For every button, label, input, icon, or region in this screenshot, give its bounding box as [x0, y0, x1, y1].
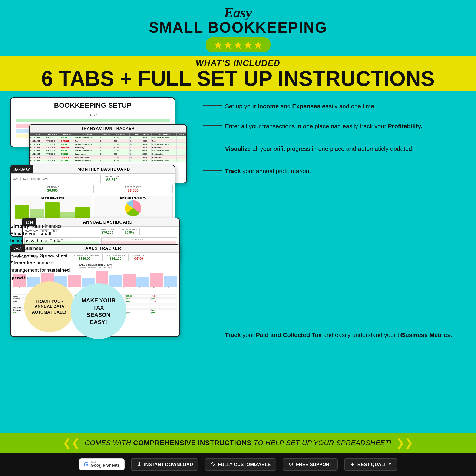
net-income-value: $6,860 — [14, 188, 91, 192]
monthly-month-label: JANUARY — [11, 166, 33, 173]
transaction-title: TRANSACTION TRACKER — [32, 126, 183, 131]
bottom-banner-text: COMES WITH COMPREHENSIVE INSTRUCTIONS TO… — [85, 439, 391, 447]
circle-blue-text: MAKE YOUR TAX SEASON EASY! — [79, 294, 118, 329]
bar-2 — [30, 209, 44, 219]
income-breakdown-label: INCOME BREAKDOWN — [14, 197, 91, 199]
setup-title: BOOKKEEPING SETUP — [16, 101, 170, 111]
badge-customizable[interactable]: ✎ FULLY CUSTOMIZABLE — [205, 458, 276, 471]
brand-logo: Easy — [0, 5, 476, 21]
bar-5 — [75, 207, 90, 219]
right-col: Set up your Income and Expenses easily a… — [201, 97, 466, 344]
net-expenses-label: NET EXPENSES — [94, 186, 172, 188]
bar-1 — [15, 205, 29, 219]
brand-subtitle: SMALL BOOKKEEPING — [0, 19, 476, 36]
yellow-banner: WHAT'S INCLUDED 6 TABS + FULL SET UP INS… — [0, 56, 476, 91]
badge-best-quality[interactable]: ✦ BEST QUALITY — [344, 458, 397, 471]
customize-icon: ✎ — [211, 461, 216, 468]
profit-loss-label: PROFIT / LOSS — [104, 175, 119, 178]
setup-step: STEP 1 — [16, 113, 170, 117]
bottom-banner: ❮❮ COMES WITH COMPREHENSIVE INSTRUCTIONS… — [0, 433, 476, 453]
bullet-setup: Set up your Income and Expenses easily a… — [203, 102, 463, 110]
circle-blue: MAKE YOUR TAX SEASON EASY! — [71, 283, 126, 339]
badge-google-sheets[interactable]: G Google Google Sheets — [79, 458, 125, 470]
footer-badges: G Google Google Sheets ⬇ INSTANT DOWNLOA… — [0, 453, 476, 476]
download-label: INSTANT DOWNLOAD — [144, 462, 193, 467]
bullet-track-annual: Track your annual profit margin. — [203, 167, 463, 175]
profit-loss-value: $3,810 — [104, 178, 119, 182]
top-header: Easy SMALL BOOKKEEPING ★★★★★ — [0, 0, 476, 52]
promo-text: Simplify Your Finances Elevate your smal… — [10, 222, 71, 281]
transaction-table: DATE INVOICE # INC/EXP CATEGORY NET AMT … — [30, 133, 186, 162]
chevron-right-icon: ❯❯ — [396, 437, 413, 449]
bullet-visualize: Visualize all your prifit progress in on… — [203, 145, 463, 153]
support-label: FREE SUPPORT — [296, 462, 332, 467]
chevron-left-icon: ❮❮ — [63, 437, 80, 449]
badge-instant-download[interactable]: ⬇ INSTANT DOWNLOAD — [131, 458, 199, 471]
whats-included-label: WHAT'S INCLUDED — [0, 58, 476, 68]
google-sheets-label: Google Sheets — [91, 463, 120, 468]
download-icon: ⬇ — [137, 461, 142, 468]
stars-badge: ★★★★★ — [206, 37, 271, 52]
bullet-transactions: Enter all your transactions in one place… — [203, 122, 463, 130]
bar-3 — [45, 203, 60, 219]
support-icon: ⚙ — [289, 461, 294, 468]
google-icon: G — [84, 461, 89, 468]
badge-free-support[interactable]: ⚙ FREE SUPPORT — [283, 458, 338, 471]
big-title: 6 TABS + FULL SET UP INSTRUCTIONS — [0, 68, 476, 89]
net-income-label: NET INCOME — [14, 186, 91, 188]
customize-label: FULLY CUSTOMIZABLE — [218, 462, 271, 467]
net-expenses-value: $3,050 — [94, 188, 172, 192]
setup-row-1 — [16, 119, 170, 122]
quality-label: BEST QUALITY — [357, 462, 391, 467]
bullet-tax: Track your Paid and Collected Tax and ea… — [203, 331, 463, 339]
circle-yellow: TRACK YOUR ANNUAL DATA AUTOMATICALLY — [24, 281, 75, 332]
circle-yellow-text: TRACK YOUR ANNUAL DATA AUTOMATICALLY — [29, 296, 70, 318]
year-label: YEAR — [13, 178, 19, 180]
screenshots-col: BOOKKEEPING SETUP STEP 1 TRANSACTION TRA… — [10, 97, 196, 344]
monthly-title: MONTHLY DASHBOARD — [33, 166, 174, 173]
expenses-breakdown-label: EXPENSES BREAKDOWN — [95, 197, 171, 199]
month-label: MONTH — [31, 178, 40, 180]
quality-icon: ✦ — [350, 461, 355, 468]
